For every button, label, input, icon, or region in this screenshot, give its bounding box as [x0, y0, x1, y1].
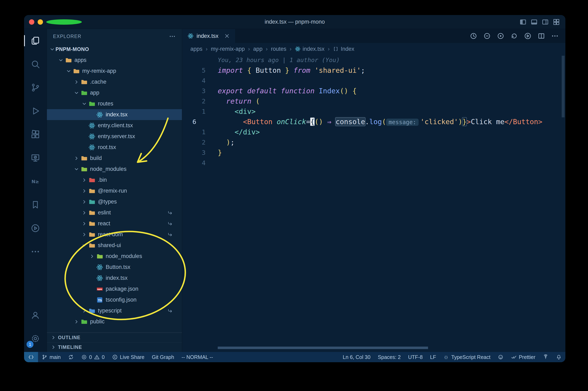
status-git-graph[interactable]: Git Graph [148, 352, 178, 362]
tree-item-public[interactable]: public [47, 316, 182, 327]
toggle-primary-sidebar-icon[interactable] [519, 18, 527, 26]
activity-explorer[interactable] [24, 29, 47, 52]
code-editor[interactable]: You, 23 hours ago | 1 author (You) 5impo… [182, 55, 565, 352]
activity-search[interactable] [24, 52, 47, 76]
status-broadcast[interactable] [539, 352, 552, 362]
tree-item-entry.client.tsx[interactable]: entry.client.tsx [47, 120, 182, 131]
tree-item-entry.server.tsx[interactable]: entry.server.tsx [47, 131, 182, 142]
tree-item-root.tsx[interactable]: root.tsx [47, 142, 182, 153]
breadcrumb-item-apps[interactable]: apps [190, 46, 202, 52]
tree-item-@remix-run[interactable]: @remix-run [47, 186, 182, 196]
tree-item-root[interactable]: PNPM-MONO [47, 44, 182, 55]
code-line[interactable]: 6 <Button onClick={() ⇒ console.log(mess… [182, 116, 565, 127]
tree-item-tsconfig.json[interactable]: TStsconfig.json [47, 294, 182, 305]
code-line[interactable]: 1 <div> [182, 106, 565, 116]
split-editor-icon[interactable] [537, 32, 545, 40]
outline-section-header[interactable]: OUTLINE [47, 333, 182, 342]
breadcrumb-item-routes[interactable]: routes [271, 46, 286, 52]
horizontal-scrollbar[interactable] [218, 347, 428, 349]
status-sync[interactable] [64, 352, 78, 362]
status-branch[interactable]: main [38, 352, 64, 362]
code-line[interactable]: 4 [182, 158, 565, 168]
tree-item-index.tsx[interactable]: index.tsx [47, 109, 182, 120]
close-window-button[interactable] [29, 19, 34, 25]
breadcrumb-item-app[interactable]: app [253, 46, 263, 52]
tree-item-react[interactable]: react [47, 218, 182, 229]
status-remote[interactable] [24, 352, 38, 362]
close-tab-icon[interactable] [224, 33, 230, 39]
zoom-window-button[interactable] [46, 19, 82, 25]
tree-item-.cache[interactable]: .cache [47, 77, 182, 87]
code-line[interactable]: 5import { Button } from 'shared-ui'; [182, 65, 565, 76]
toggle-secondary-sidebar-icon[interactable] [542, 18, 549, 26]
activity-run-and-debug[interactable] [24, 99, 47, 123]
vim-block-cursor: { [310, 118, 314, 126]
code-line[interactable]: 2 return ( [182, 96, 565, 106]
explorer-more-actions-icon[interactable] [169, 33, 176, 40]
tree-item-app[interactable]: app [47, 87, 182, 98]
breadcrumb-item-index.tsx[interactable]: index.tsx [295, 46, 325, 52]
customize-layout-icon[interactable] [553, 18, 560, 26]
code-line[interactable]: 4 [182, 76, 565, 86]
activity-bookmarks[interactable] [24, 193, 47, 216]
status-feedback[interactable] [494, 352, 507, 362]
tree-item-node_modules[interactable]: node_modules [47, 251, 182, 262]
tree-item-label: entry.server.tsx [98, 133, 135, 140]
react-icon [89, 144, 96, 151]
tree-item-routes[interactable]: routes [47, 98, 182, 109]
status-text: Git Graph [152, 354, 174, 360]
activity-settings[interactable]: 1 [24, 327, 47, 350]
tree-item-node_modules[interactable]: node_modules [47, 164, 182, 175]
tree-item-build[interactable]: build [47, 153, 182, 164]
status-language-mode[interactable]: {}TypeScript React [440, 352, 494, 362]
minimize-window-button[interactable] [38, 19, 43, 25]
chevron-spacer [89, 275, 96, 282]
status-vim-mode[interactable]: -- NORMAL -- [178, 352, 217, 362]
code-line[interactable]: 2 ); [182, 137, 565, 147]
goto-symbol-icon[interactable] [497, 32, 504, 40]
open-changes-icon[interactable] [483, 32, 491, 40]
tree-item-index.tsx[interactable]: index.tsx [47, 273, 182, 284]
vertical-scrollbar[interactable] [562, 56, 565, 117]
timeline-icon[interactable] [470, 32, 477, 40]
status-live-share[interactable]: Live Share [108, 352, 148, 362]
tree-item-shared-ui[interactable]: shared-ui [47, 240, 182, 251]
status-eol[interactable]: LF [426, 352, 440, 362]
run-file-icon[interactable] [524, 32, 532, 40]
tree-item-apps[interactable]: apps [47, 55, 182, 66]
tree-item-eslint[interactable]: eslint [47, 207, 182, 218]
status-prettier[interactable]: Prettier [507, 352, 539, 362]
tree-item-typescript[interactable]: typescript [47, 305, 182, 316]
tree-item-@types[interactable]: @types [47, 196, 182, 207]
folder-icon [89, 220, 96, 227]
chevron-right-icon [81, 220, 88, 227]
timeline-section-header[interactable]: TIMELINE [47, 342, 182, 352]
tree-item-my-remix-app[interactable]: my-remix-app [47, 66, 182, 77]
activity-source-control[interactable] [24, 76, 47, 99]
activity-code-runner[interactable] [24, 216, 47, 240]
code-line[interactable]: 3export default function Index() { [182, 86, 565, 96]
activity-extensions[interactable] [24, 123, 47, 146]
status-notifications[interactable] [552, 352, 565, 362]
sync-file-icon[interactable] [510, 32, 518, 40]
chevron-spacer [89, 111, 96, 118]
status-indentation[interactable]: Spaces: 2 [374, 352, 404, 362]
breadcrumb-item-Index[interactable]: Index [333, 46, 354, 52]
tree-item-.bin[interactable]: .bin [47, 175, 182, 186]
activity-remote-explorer[interactable] [24, 146, 47, 170]
status-encoding[interactable]: UTF-8 [404, 352, 426, 362]
status-problems[interactable]: 00 [78, 352, 108, 362]
tree-item-package.json[interactable]: npmpackage.json [47, 284, 182, 294]
activity-accounts[interactable] [24, 303, 47, 327]
toggle-panel-icon[interactable] [530, 18, 538, 26]
code-line[interactable]: 3} [182, 147, 565, 158]
activity-more[interactable] [24, 240, 47, 263]
tab-index-tsx[interactable]: index.tsx [182, 29, 236, 43]
code-line[interactable]: 1 </div> [182, 127, 565, 137]
status-cursor-position[interactable]: Ln 6, Col 30 [339, 352, 374, 362]
more-actions-icon[interactable] [551, 32, 559, 40]
tree-item-react-dom[interactable]: react-dom [47, 229, 182, 240]
activity-nx-console[interactable]: N≥ [24, 170, 47, 193]
tree-item-Button.tsx[interactable]: Button.tsx [47, 262, 182, 273]
breadcrumb-item-my-remix-app[interactable]: my-remix-app [211, 46, 245, 52]
